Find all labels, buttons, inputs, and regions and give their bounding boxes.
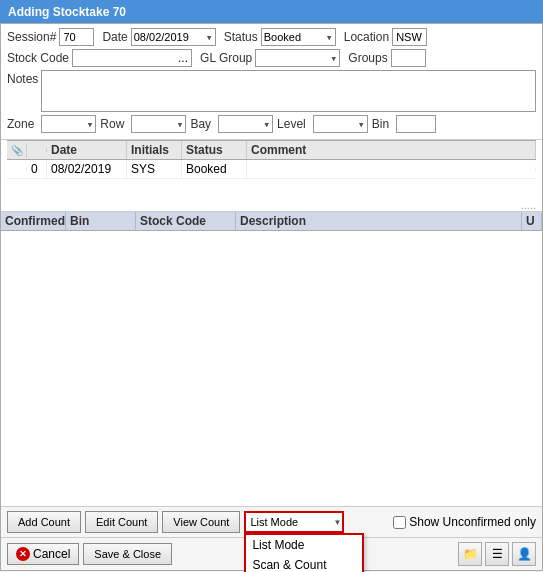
bottom-header-stockcode: Stock Code (136, 212, 236, 230)
zone-select[interactable] (41, 115, 96, 133)
dropdown-item-scan-count[interactable]: Scan & Count (246, 555, 362, 572)
location-input[interactable] (392, 28, 427, 46)
row-select[interactable] (131, 115, 186, 133)
status-label: Status (224, 30, 258, 44)
bay-label: Bay (190, 117, 211, 131)
row-status: Booked (182, 160, 247, 178)
list-icon: ☰ (492, 547, 503, 561)
groups-input[interactable] (391, 49, 426, 67)
bottom-header-description: Description (236, 212, 522, 230)
mode-dropdown-container: List Mode Scan & Count Auto Scan ▼ List … (244, 511, 344, 533)
dropdown-menu: List Mode Scan & Count Auto Scan (244, 533, 364, 572)
divider-dots: ..... (1, 199, 542, 212)
list-icon-btn[interactable]: ☰ (485, 542, 509, 566)
cancel-button[interactable]: ✕ Cancel (7, 543, 79, 565)
edit-count-button[interactable]: Edit Count (85, 511, 158, 533)
header-attach: 📎 (7, 143, 27, 158)
bottom-grid-body (1, 231, 542, 506)
show-unconfirmed-row: Show Unconfirmed only (393, 515, 536, 529)
save-close-button[interactable]: Save & Close (83, 543, 172, 565)
notes-textarea[interactable] (41, 70, 536, 112)
user-icon-btn[interactable]: 👤 (512, 542, 536, 566)
bottom-header-bin: Bin (66, 212, 136, 230)
bottom-header-u: U (522, 212, 542, 230)
add-count-button[interactable]: Add Count (7, 511, 81, 533)
row-initials: SYS (127, 160, 182, 178)
toolbar: 📁 ☰ 👤 (458, 542, 536, 566)
session-input[interactable] (59, 28, 94, 46)
row-attach (7, 167, 27, 171)
row-comment (247, 167, 536, 171)
dropdown-item-list-mode[interactable]: List Mode (246, 535, 362, 555)
stock-code-label: Stock Code (7, 51, 69, 65)
location-label: Location (344, 30, 389, 44)
gl-group-select[interactable] (255, 49, 340, 67)
header-num (27, 148, 47, 152)
bin-input[interactable] (396, 115, 436, 133)
mode-dropdown[interactable]: List Mode Scan & Count Auto Scan (244, 511, 344, 533)
header-date: Date (47, 141, 127, 159)
bin-label: Bin (372, 117, 389, 131)
cancel-label: Cancel (33, 547, 70, 561)
history-row: 0 08/02/2019 SYS Booked (7, 160, 536, 179)
show-unconfirmed-label: Show Unconfirmed only (409, 515, 536, 529)
bottom-header-confirmed: Confirmed (1, 212, 66, 230)
title-text: Adding Stocktake 70 (8, 5, 126, 19)
status-select[interactable]: Booked (261, 28, 336, 46)
stock-code-field[interactable]: ... (72, 49, 192, 67)
row-num: 0 (27, 160, 47, 178)
session-label: Session# (7, 30, 56, 44)
history-grid-header: 📎 Date Initials Status Comment (7, 140, 536, 160)
level-label: Level (277, 117, 306, 131)
title-bar: Adding Stocktake 70 (0, 0, 543, 23)
cancel-icon: ✕ (16, 547, 30, 561)
groups-label: Groups (348, 51, 387, 65)
gl-group-label: GL Group (200, 51, 252, 65)
bottom-grid-header: Confirmed Bin Stock Code Description U (1, 212, 542, 231)
stock-code-dots: ... (178, 51, 188, 65)
date-label: Date (102, 30, 127, 44)
date-select[interactable]: 08/02/2019 (131, 28, 216, 46)
user-icon: 👤 (517, 547, 532, 561)
bay-select[interactable] (218, 115, 273, 133)
action-button-row: Add Count Edit Count View Count List Mod… (1, 506, 542, 537)
folder-icon: 📁 (463, 547, 478, 561)
level-select[interactable] (313, 115, 368, 133)
header-comment: Comment (247, 141, 536, 159)
row-label: Row (100, 117, 124, 131)
header-initials: Initials (127, 141, 182, 159)
folder-icon-btn[interactable]: 📁 (458, 542, 482, 566)
view-count-button[interactable]: View Count (162, 511, 240, 533)
notes-label: Notes (7, 70, 38, 86)
row-date: 08/02/2019 (47, 160, 127, 178)
zone-label: Zone (7, 117, 34, 131)
show-unconfirmed-checkbox[interactable] (393, 516, 406, 529)
header-status: Status (182, 141, 247, 159)
